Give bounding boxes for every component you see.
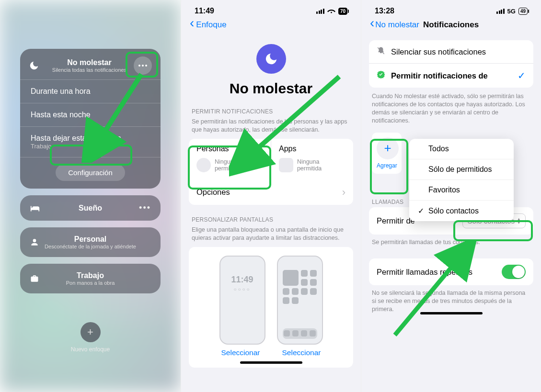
checkmark-seal-icon [377, 70, 385, 81]
duration-leave-location[interactable]: Hasta dejar esta ubicación Trabajo [20, 126, 161, 157]
row-sub: Desconéctate de la jornada y atiéndete [44, 244, 137, 249]
add-label: Agregar [377, 162, 397, 169]
status-time: 11:49 [195, 7, 214, 15]
focus-work[interactable]: Trabajo Pon manos a la obra [20, 264, 161, 293]
duration-one-hour[interactable]: Durante una hora [20, 79, 161, 103]
apps-cell[interactable]: Apps Ninguna permitida [271, 139, 353, 180]
section-title-allow: PERMITIR NOTIFICACIONES [189, 97, 353, 117]
wifi-icon [327, 7, 335, 15]
battery-icon: 49 [518, 8, 528, 15]
new-focus-label: Nuevo enfoque [20, 346, 161, 353]
status-time: 13:28 [375, 7, 394, 15]
section-title-screens: PERSONALIZAR PANTALLAS [189, 205, 353, 225]
options-row[interactable]: Opciones [189, 180, 353, 205]
back-enfoque[interactable]: Enfoque [181, 15, 361, 30]
options-label: Opciones [196, 188, 230, 197]
focus-sleep[interactable]: Sueño ••• [20, 195, 161, 221]
moon-icon [29, 60, 45, 71]
back-label: Enfoque [196, 20, 226, 30]
updown-icon: ▴▾ [518, 217, 520, 224]
checkmark-icon: ✓ [518, 70, 526, 81]
page-title: No molestar [181, 80, 361, 97]
row-title: Sueño [44, 204, 137, 213]
phone-control-center: No molestar Silencia todas las notificac… [0, 0, 181, 392]
dnd-expanded-card: No molestar Silencia todas las notificac… [20, 49, 161, 189]
allow-label: Permitir notificaciones de [391, 71, 488, 80]
select-home[interactable]: Seleccionar [282, 348, 321, 357]
popover-option-contacts[interactable]: ✓Sólo contactos [409, 201, 514, 221]
config-button[interactable]: Configuración [56, 164, 125, 181]
chevron-left-icon [190, 20, 194, 30]
section-desc-allow: Se permitirán las notificaciones de las … [189, 117, 353, 139]
bell-slash-icon [377, 46, 385, 57]
new-focus-button[interactable]: + Nuevo enfoque [20, 322, 161, 353]
more-icon[interactable]: ••• [137, 203, 151, 213]
nav-bar: No molestar Notificaciones [361, 15, 541, 30]
row-sub: Pon manos a la obra [44, 280, 137, 286]
dnd-title: No molestar [45, 58, 134, 67]
allow-from-label: Permitir de [377, 216, 415, 225]
row-title: Personal [44, 235, 137, 244]
silence-label: Silenciar sus notificaciones [391, 47, 486, 56]
dnd-subtitle: Silencia todas las notificaciones [45, 67, 134, 73]
home-indicator[interactable] [240, 361, 302, 364]
allow-from-popover: Todos Sólo de permitidos Favoritos ✓Sólo… [409, 139, 514, 221]
mock-widgets: ○○○○ [220, 287, 265, 292]
nav-title: Notificaciones [423, 20, 479, 30]
popover-option-allowed[interactable]: Sólo de permitidos [409, 159, 514, 180]
status-bar: 11:49 70 [181, 0, 361, 15]
app-placeholder-icon [279, 158, 293, 172]
repeat-calls-row: Permitir llamadas repetidas [369, 258, 533, 285]
section-desc-screens: Elige una pantalla bloqueada o una panta… [189, 225, 353, 247]
mock-time: 11:49 [220, 275, 265, 285]
popover-option-favorites[interactable]: Favoritos [409, 180, 514, 201]
status-bar: 13:28 5G 49 [361, 0, 541, 15]
network-label: 5G [507, 8, 516, 15]
allow-from-desc: Se permitirán llamadas de tus contactos. [369, 235, 533, 251]
bed-icon [30, 204, 44, 213]
briefcase-icon [30, 274, 44, 283]
plus-icon: + [377, 137, 399, 159]
repeat-label: Permitir llamadas repetidas [377, 268, 472, 277]
row-title: Trabajo [44, 271, 137, 280]
battery-icon: 70 [338, 8, 347, 15]
focus-personal[interactable]: Personal Desconéctate de la jornada y at… [20, 227, 161, 257]
apps-label: Apps [279, 145, 296, 153]
screens-list: 11:49 ○○○○ Seleccionar Seleccionar [189, 247, 353, 368]
allow-row[interactable]: Permitir notificaciones de ✓ [369, 63, 533, 88]
select-lock[interactable]: Seleccionar [221, 348, 260, 357]
chevron-right-icon [342, 186, 345, 199]
apps-note: Ninguna permitida [297, 158, 345, 172]
item-sub: Trabajo [31, 143, 150, 150]
person-icon [30, 237, 44, 247]
checkmark-icon: ✓ [418, 206, 425, 215]
home-screen-preview[interactable] [277, 256, 323, 345]
silence-row[interactable]: Silenciar sus notificaciones [369, 40, 533, 63]
home-indicator[interactable] [420, 312, 483, 314]
people-cell[interactable]: Personas Ninguna permitida [189, 139, 271, 180]
phone-focus-settings: 11:49 70 Enfoque No molestar PERMITIR NO… [181, 0, 361, 392]
more-button[interactable] [134, 56, 152, 75]
duration-tonight[interactable]: Hasta esta noche [20, 103, 161, 126]
allow-list: Personas Ninguna permitida Apps [189, 139, 353, 205]
back-label: No molestar [375, 20, 419, 30]
popover-option-all[interactable]: Todos [409, 139, 514, 159]
moon-icon [256, 44, 286, 74]
avatar-placeholder-icon [196, 158, 211, 172]
allow-desc: Cuando No molestar esté activado, sólo s… [369, 88, 533, 130]
people-note: Ninguna permitida [215, 158, 263, 172]
item-label: Hasta dejar esta ubicación [31, 134, 121, 142]
lock-screen-preview[interactable]: 11:49 ○○○○ [219, 256, 265, 345]
cellular-icon [316, 9, 324, 14]
phone-notifications-settings: 13:28 5G 49 No molestar Notificaciones [361, 0, 541, 392]
plus-icon: + [81, 322, 101, 342]
add-contact-button[interactable]: + Agregar [372, 133, 402, 174]
back-no-molestar[interactable]: No molestar [370, 20, 419, 30]
repeat-toggle[interactable] [502, 265, 526, 279]
people-label: Personas [196, 145, 229, 153]
cellular-icon [496, 9, 505, 14]
chevron-left-icon [370, 20, 374, 30]
